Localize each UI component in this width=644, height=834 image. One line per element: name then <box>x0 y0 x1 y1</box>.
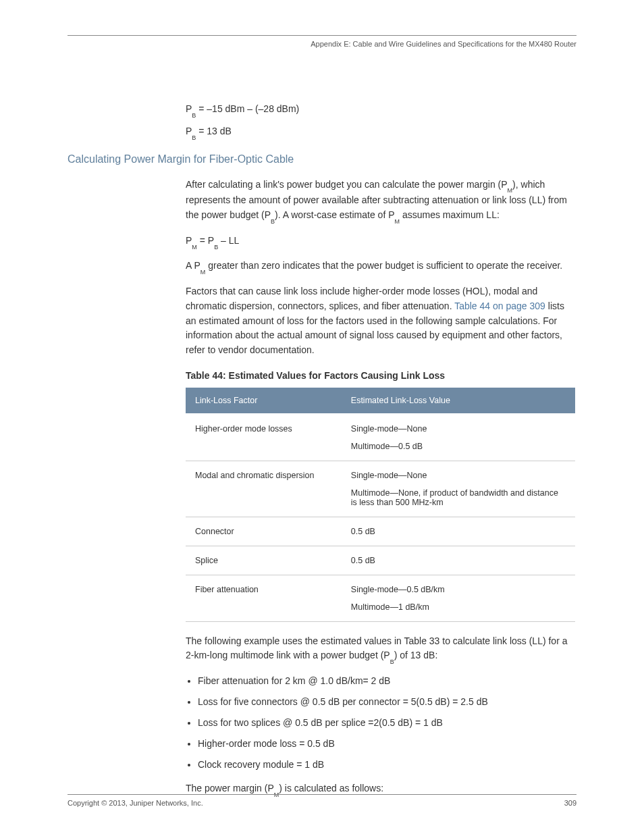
paragraph-1: After calculating a link's power budget … <box>186 178 576 224</box>
text: The power margin (P <box>186 783 274 793</box>
page-content: PB = –15 dBm – (–28 dBm) PB = 13 dB Calc… <box>68 103 576 798</box>
cell-factor: Fiber attenuation <box>186 575 342 621</box>
equation-block-top: PB = –15 dBm – (–28 dBm) PB = 13 dB <box>186 103 576 138</box>
table-header-row: Link-Loss Factor Estimated Link-Loss Val… <box>186 388 575 414</box>
table-row: Fiber attenuationSingle-mode—0.5 dB/kmMu… <box>186 575 575 621</box>
value-line: Single-mode—None <box>351 424 566 434</box>
paragraph-after-table: The following example uses the estimated… <box>186 634 576 664</box>
sub: B <box>271 218 275 225</box>
sub: B <box>390 658 394 665</box>
list-item: Higher-order mode loss = 0.5 dB <box>198 737 576 751</box>
eq-rest: = 13 dB <box>196 126 232 136</box>
eq-rest: = –15 dBm – (–28 dBm) <box>196 103 299 114</box>
text: ). A worst-case estimate of P <box>275 209 394 220</box>
eq-var: P <box>186 235 192 246</box>
value-line: Multimode—1 dB/km <box>351 602 566 612</box>
equation-pm: PM = PB – LL <box>186 234 576 250</box>
cell-factor: Splice <box>186 546 342 575</box>
running-head: Appendix E: Cable and Wire Guidelines an… <box>311 40 576 48</box>
sub: M <box>395 218 400 225</box>
list-item: Clock recovery module = 1 dB <box>198 758 576 772</box>
cell-factor: Connector <box>186 517 342 546</box>
value-line: 0.5 dB <box>351 556 566 565</box>
equation-line-2: PB = 13 dB <box>186 126 576 138</box>
cell-factor: Higher-order mode losses <box>186 414 342 461</box>
list-item: Fiber attenuation for 2 km @ 1.0 dB/km= … <box>198 674 576 688</box>
cell-value: 0.5 dB <box>342 546 575 575</box>
sub: M <box>192 244 197 251</box>
col-header-factor: Link-Loss Factor <box>186 388 342 414</box>
equation-line-1: PB = –15 dBm – (–28 dBm) <box>186 103 576 116</box>
cell-value: 0.5 dB <box>342 517 575 546</box>
eq-mid: = P <box>197 235 214 246</box>
eq-sub: B <box>192 112 196 119</box>
eq-var: P <box>186 126 192 136</box>
cross-ref-link[interactable]: Table 44 on page 309 <box>454 301 545 311</box>
bullet-list: Fiber attenuation for 2 km @ 1.0 dB/km= … <box>186 674 576 772</box>
text: greater than zero indicates that the pow… <box>205 260 562 271</box>
cell-factor: Modal and chromatic dispersion <box>186 461 342 517</box>
list-item: Loss for two splices @ 0.5 dB per splice… <box>198 716 576 730</box>
section-title: Calculating Power Margin for Fiber-Optic… <box>68 153 576 165</box>
eq-sub: B <box>192 134 196 141</box>
table-title: Table 44: Estimated Values for Factors C… <box>186 370 576 381</box>
copyright: Copyright © 2013, Juniper Networks, Inc. <box>68 799 203 807</box>
footer-rule: Copyright © 2013, Juniper Networks, Inc.… <box>68 794 576 807</box>
eq-var: P <box>186 103 192 114</box>
cell-value: Single-mode—0.5 dB/kmMultimode—1 dB/km <box>342 575 575 621</box>
col-header-value: Estimated Link-Loss Value <box>342 388 575 414</box>
page-number: 309 <box>564 799 576 807</box>
text: assumes maximum LL: <box>400 209 500 220</box>
text: ) of 13 dB: <box>394 650 438 660</box>
value-line: Multimode—None, if product of bandwidth … <box>351 488 566 507</box>
link-loss-table: Link-Loss Factor Estimated Link-Loss Val… <box>186 388 575 622</box>
sub: M <box>200 269 206 276</box>
sub: M <box>508 187 513 194</box>
sub: B <box>214 244 218 251</box>
text: After calculating a link's power budget … <box>186 179 508 190</box>
table-row: Splice0.5 dB <box>186 546 575 575</box>
cell-value: Single-mode—NoneMultimode—None, if produ… <box>342 461 575 517</box>
text: ) is calculated as follows: <box>279 783 383 793</box>
paragraph-3: Factors that can cause link loss include… <box>186 284 576 357</box>
eq-post: – LL <box>218 235 239 246</box>
text: A P <box>186 260 200 271</box>
header-rule: Appendix E: Cable and Wire Guidelines an… <box>68 35 576 36</box>
cell-value: Single-mode—NoneMultimode—0.5 dB <box>342 414 575 461</box>
table-row: Modal and chromatic dispersionSingle-mod… <box>186 461 575 517</box>
value-line: Single-mode—0.5 dB/km <box>351 585 566 594</box>
value-line: Multimode—0.5 dB <box>351 442 566 451</box>
value-line: 0.5 dB <box>351 527 566 536</box>
text: The following example uses the estimated… <box>186 635 568 661</box>
table-row: Higher-order mode lossesSingle-mode—None… <box>186 414 575 461</box>
paragraph-2: A PM greater than zero indicates that th… <box>186 259 576 275</box>
table-row: Connector0.5 dB <box>186 517 575 546</box>
list-item: Loss for five connectors @ 0.5 dB per co… <box>198 695 576 709</box>
value-line: Single-mode—None <box>351 471 566 480</box>
